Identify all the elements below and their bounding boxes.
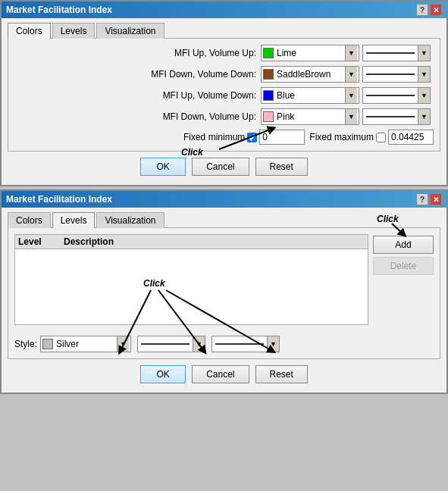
- style-line-preview-1: [141, 343, 190, 345]
- style-row: Style: Silver ▼ ▼ ▼: [14, 336, 434, 352]
- color-name-3: Pink: [277, 111, 345, 122]
- tab-content-colors-1: MFI Up, Volume Up: Lime ▼ ▼ MFI Down, Vo…: [8, 38, 440, 152]
- color-label-0: MFI Up, Volume Up:: [143, 48, 256, 58]
- title-bar-buttons-1: ? ✕: [416, 4, 442, 16]
- color-row-4-wrapper: MFI Down, Volume Up: Pink ▼ ▼ Click: [14, 108, 434, 125]
- levels-list-area: Level Description: [14, 234, 368, 331]
- line-dropdown-0[interactable]: ▼: [362, 45, 431, 61]
- title-bar-1: Market Facilitation Index ? ✕: [2, 2, 446, 18]
- color-row-3: MFI Down, Volume Up: Pink ▼ ▼: [14, 108, 434, 125]
- reset-button-1[interactable]: Reset: [255, 158, 308, 176]
- fixed-min-checkbox[interactable]: [247, 133, 257, 142]
- style-line-dropdown-1[interactable]: ▼: [137, 336, 205, 352]
- tab-visualization-1[interactable]: Visualization: [96, 23, 164, 39]
- line-arrow-2[interactable]: ▼: [418, 88, 430, 103]
- color-label-3: MFI Down, Volume Up:: [143, 111, 256, 122]
- fixed-row: Fixed minimum Fixed maximum: [14, 130, 434, 145]
- dialog-1: Market Facilitation Index ? ✕ Colors Lev…: [0, 0, 448, 186]
- color-label-1: MFI Down, Volume Down:: [143, 69, 256, 80]
- dropdown-arrow-3[interactable]: ▼: [345, 109, 357, 124]
- help-button-2[interactable]: ?: [416, 193, 428, 205]
- levels-main: Level Description Click: [14, 234, 434, 331]
- tab-colors-1[interactable]: Colors: [8, 23, 51, 39]
- tab-content-levels: Level Description Click: [8, 227, 440, 359]
- add-btn-wrapper: Click Add: [373, 236, 434, 254]
- line-dropdown-3[interactable]: ▼: [362, 108, 431, 125]
- line-arrow-1[interactable]: ▼: [418, 67, 430, 82]
- tab-colors-2[interactable]: Colors: [8, 212, 51, 228]
- tab-bar-1: Colors Levels Visualization: [8, 23, 440, 39]
- title-bar-buttons-2: ? ✕: [416, 193, 442, 205]
- line-arrow-3[interactable]: ▼: [418, 109, 430, 124]
- dialog-1-title: Market Facilitation Index: [6, 5, 112, 15]
- help-button-1[interactable]: ?: [416, 4, 428, 16]
- close-button-1[interactable]: ✕: [430, 4, 442, 16]
- dropdown-arrow-1[interactable]: ▼: [345, 67, 357, 82]
- color-swatch-2: [263, 90, 274, 101]
- cancel-button-1[interactable]: Cancel: [192, 158, 249, 176]
- levels-col-level: Level: [18, 236, 64, 247]
- color-dropdown-0[interactable]: Lime ▼: [261, 45, 359, 61]
- color-dropdown-1[interactable]: SaddleBrown ▼: [261, 66, 359, 83]
- line-preview-2: [366, 95, 415, 96]
- fixed-min-group: Fixed minimum: [183, 130, 305, 145]
- color-name-0: Lime: [277, 48, 345, 58]
- style-row-wrapper: Style: Silver ▼ ▼ ▼: [14, 336, 434, 352]
- dialog-2-footer: OK Cancel Reset: [8, 359, 440, 386]
- delete-button[interactable]: Delete: [373, 257, 434, 275]
- color-label-2: MFI Up, Volume Down:: [143, 90, 256, 101]
- color-swatch-0: [263, 48, 274, 58]
- ok-button-2[interactable]: OK: [140, 365, 186, 383]
- line-arrow-0[interactable]: ▼: [418, 45, 430, 61]
- line-preview-1: [366, 73, 415, 75]
- style-line-arrow-2[interactable]: ▼: [267, 336, 279, 352]
- cancel-button-2[interactable]: Cancel: [192, 365, 249, 383]
- color-name-1: SaddleBrown: [277, 69, 345, 80]
- dialog-1-footer: OK Cancel Reset: [8, 152, 440, 179]
- color-row-0: MFI Up, Volume Up: Lime ▼ ▼: [14, 45, 434, 61]
- style-color-swatch: [42, 339, 53, 349]
- dialog-2: Market Facilitation Index ? ✕ Colors Lev…: [0, 189, 448, 394]
- style-color-name: Silver: [56, 339, 117, 349]
- fixed-max-label: Fixed maximum: [309, 132, 374, 142]
- style-line-dropdown-2[interactable]: ▼: [211, 336, 280, 352]
- dropdown-arrow-0[interactable]: ▼: [345, 45, 357, 61]
- levels-col-desc: Description: [64, 236, 365, 247]
- dialog-1-body: Colors Levels Visualization MFI Up, Volu…: [2, 18, 446, 185]
- color-row-2: MFI Up, Volume Down: Blue ▼ ▼: [14, 87, 434, 104]
- line-dropdown-2[interactable]: ▼: [362, 87, 431, 104]
- tab-levels-2[interactable]: Levels: [52, 212, 96, 228]
- reset-button-2[interactable]: Reset: [255, 365, 308, 383]
- fixed-min-label: Fixed minimum: [183, 132, 245, 142]
- style-line-preview-2: [215, 343, 264, 345]
- color-swatch-3: [263, 111, 274, 122]
- title-bar-2: Market Facilitation Index ? ✕: [2, 191, 446, 208]
- color-dropdown-3[interactable]: Pink ▼: [261, 108, 359, 125]
- style-color-dropdown[interactable]: Silver ▼: [40, 336, 131, 352]
- fixed-min-input[interactable]: [259, 130, 305, 145]
- color-name-2: Blue: [277, 90, 345, 101]
- tab-bar-2: Colors Levels Visualization: [8, 212, 440, 228]
- fixed-max-input[interactable]: [388, 130, 434, 145]
- fixed-max-checkbox[interactable]: [376, 133, 386, 142]
- line-dropdown-1[interactable]: ▼: [362, 66, 431, 83]
- color-swatch-1: [263, 69, 274, 80]
- line-preview-3: [366, 116, 415, 117]
- levels-buttons: Click Add Delete: [373, 234, 434, 331]
- close-button-2[interactable]: ✕: [430, 193, 442, 205]
- ok-button-1[interactable]: OK: [140, 158, 186, 176]
- dropdown-arrow-2[interactable]: ▼: [345, 88, 357, 103]
- add-button[interactable]: Add: [373, 236, 434, 254]
- color-dropdown-2[interactable]: Blue ▼: [261, 87, 359, 104]
- tab-visualization-2[interactable]: Visualization: [96, 212, 164, 228]
- fixed-max-group: Fixed maximum: [309, 130, 434, 145]
- style-line-arrow-1[interactable]: ▼: [193, 336, 205, 352]
- tab-levels-1[interactable]: Levels: [52, 23, 96, 39]
- levels-grid[interactable]: Level Description: [14, 234, 368, 325]
- line-preview-0: [366, 52, 415, 54]
- color-row-1: MFI Down, Volume Down: SaddleBrown ▼ ▼: [14, 66, 434, 83]
- style-color-arrow[interactable]: ▼: [117, 336, 129, 352]
- levels-header: Level Description: [15, 235, 368, 249]
- dialog-2-body: Colors Levels Visualization Level Descri…: [2, 208, 446, 392]
- dialog-2-title: Market Facilitation Index: [6, 194, 112, 205]
